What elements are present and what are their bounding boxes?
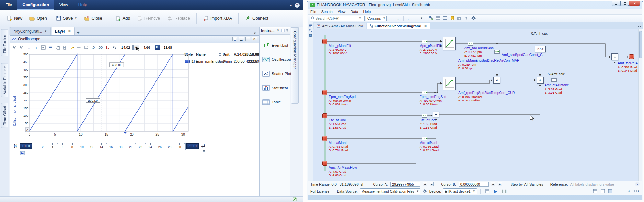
pin-icon[interactable] — [463, 15, 469, 21]
tab-close-icon[interactable]: ✕ — [68, 29, 71, 33]
col-header-cursor-a[interactable]: A:14.02 — [234, 52, 246, 56]
signal-label-mpc-2[interactable]: Mpc_pManiFilt A: 2792.00 V B: 2800.00 V — [420, 44, 442, 55]
hierarchy-label-1[interactable]: /1/Amf_calc — [531, 32, 548, 35]
tab-layer[interactable]: Layer ✕ — [52, 27, 75, 35]
tab-air-mass-flow[interactable]: Amf - Amf - Air Mass Flow — [314, 23, 366, 29]
map-block[interactable] — [443, 37, 456, 50]
copy-icon[interactable] — [54, 44, 61, 51]
cursor-a-position[interactable]: 14.02 — [119, 45, 133, 50]
pin-slider-icon[interactable] — [202, 150, 206, 154]
slider-start-handle[interactable]: 10.00 — [20, 143, 32, 149]
zoom-fit-icon[interactable] — [40, 44, 47, 51]
strip-bookmark-icon[interactable] — [309, 34, 312, 37]
cursor-mode-icon[interactable] — [75, 44, 82, 51]
sensor-mpc-icon[interactable] — [422, 40, 427, 43]
cursor-a-input[interactable] — [390, 182, 420, 187]
subtract-block[interactable]: − — [433, 112, 439, 117]
configuration-manager-tab[interactable]: Configuration Manager — [291, 27, 299, 104]
maximize-button[interactable] — [620, 1, 629, 6]
help-icon[interactable]: ? — [295, 3, 300, 8]
list-view-icon[interactable] — [592, 188, 598, 194]
settings-icon[interactable] — [470, 15, 477, 21]
function-diagram-canvas[interactable]: × + ÷ − 273 Mpc_pManiFilt A: 2792.00 V B… — [313, 29, 639, 181]
multiply-block[interactable]: × — [493, 77, 500, 84]
output-port-facrelair[interactable] — [629, 54, 634, 59]
col-header-unit[interactable]: Unit — [223, 52, 229, 56]
input-port-mtc[interactable] — [322, 136, 327, 141]
menu-view[interactable]: View — [335, 9, 348, 14]
signal-label-cur[interactable]: Amf_rpmEngSpd2facTempCorr_CUR A: 0.496 G… — [458, 91, 515, 102]
signal-label-mpc[interactable]: Mpc_pManiFilt A: 2792.00 V B: 2800.00 V — [329, 44, 351, 55]
sensor-shcspedgasconst-icon[interactable] — [494, 50, 500, 54]
menu-view[interactable]: View — [54, 0, 73, 10]
tab-close-icon[interactable]: ✕ — [424, 24, 427, 28]
minimize-button[interactable] — [612, 1, 620, 6]
menu-file[interactable]: File — [0, 0, 17, 10]
signal-label-ctc[interactable]: Ctc_atCool A: 1.55 Grad B: 1.56 Grad — [329, 118, 346, 130]
input-port-ctc[interactable] — [322, 113, 327, 118]
signal-pen-icon[interactable] — [68, 44, 75, 51]
close-button[interactable]: Close — [81, 13, 105, 24]
precision-00-icon[interactable]: .00 — [97, 44, 104, 51]
cursor-b-prev-button[interactable]: ◀ — [491, 182, 495, 186]
divide-block[interactable]: ÷ — [611, 53, 618, 60]
hierarchy-label-2[interactable]: /2/Amf_calc — [548, 72, 565, 76]
strip-search-icon[interactable] — [309, 29, 312, 32]
signal-row-name[interactable]: [1] Epm_rpmEngSpd — [191, 59, 224, 63]
sidebar-tab-variable-explorer[interactable]: Variable Explorer — [1, 63, 8, 97]
sidebar-tab-time-offset[interactable]: Time Offset — [1, 103, 8, 128]
sidebar-tab-file-explorer[interactable]: File Explorer — [1, 29, 8, 56]
menu-data[interactable]: Data — [348, 9, 361, 14]
history-caret-icon[interactable]: ▼ — [420, 17, 423, 20]
menu-search[interactable]: Search — [319, 9, 335, 14]
cursor-a-next-button[interactable]: ▶ — [430, 182, 434, 186]
tabbar-restore-icon[interactable] — [638, 23, 641, 29]
curve-block[interactable] — [443, 77, 456, 90]
cursor-delta[interactable]: 4.66 — [140, 45, 154, 50]
search-caret-icon[interactable]: ▼ — [359, 17, 361, 20]
search-input[interactable] — [316, 16, 358, 20]
cursor-a-marker-icon[interactable] — [20, 151, 25, 155]
signal-label-mtc[interactable]: Mtc_atMani A: 0.766 Grad B: 0.781 Grad — [329, 141, 348, 152]
slider-ruler[interactable]: 24681012141618202224262830 — [33, 143, 186, 150]
menu-file[interactable]: File — [308, 9, 319, 14]
pin-panel-icon[interactable] — [286, 29, 289, 32]
prev-match-icon[interactable]: ↑ — [388, 15, 394, 21]
bookmark-icon[interactable] — [449, 15, 455, 21]
box-select-icon[interactable] — [83, 44, 89, 51]
sensor-ctc-icon[interactable] — [422, 114, 427, 118]
next-match-icon[interactable]: ↓ — [395, 15, 401, 21]
navigate-back-icon[interactable]: ← — [406, 15, 412, 21]
save-button[interactable]: Save ▼ — [53, 13, 81, 24]
scrollbar-thumb[interactable] — [639, 31, 642, 58]
zoom-in-button[interactable]: ＋ — [626, 188, 632, 194]
zoom-y-icon[interactable]: ↕ — [33, 44, 40, 51]
pause-icon[interactable]: ❚❚ — [501, 188, 507, 194]
menu-help[interactable]: Help — [361, 9, 374, 14]
add-block[interactable]: + — [537, 77, 544, 84]
sensor-epm-icon[interactable] — [422, 91, 427, 94]
cursor-b-input[interactable] — [459, 182, 489, 187]
sensor-facrelairbase-icon[interactable] — [468, 42, 473, 46]
input-port-amc[interactable] — [322, 161, 327, 166]
oscilloscope-titlebar[interactable]: Oscilloscope ▁ ✕ — [10, 36, 259, 43]
sensor-atairintake-icon[interactable] — [551, 78, 557, 82]
instrument-statistical[interactable]: Statistical... — [262, 85, 291, 91]
precision-0-icon[interactable]: .0 — [90, 44, 97, 51]
signal-label-ctc-2[interactable]: Ctc_atCool A: 1.55 Grad B: 1.56 Grad — [420, 118, 437, 130]
vertical-scrollbar[interactable] — [638, 29, 642, 181]
panel-settings-icon[interactable] — [232, 37, 237, 41]
col-header-name[interactable]: Name — [196, 52, 206, 56]
fit-page-icon[interactable] — [607, 188, 613, 194]
cursor-b-badge[interactable]: B — [155, 45, 160, 50]
zoom-level-icon[interactable]: ▼ — [634, 188, 640, 194]
help-icon[interactable]: ? — [635, 182, 640, 186]
gear-icon[interactable] — [423, 189, 427, 193]
signal-label-shcspedgasconst[interactable]: Amf_shcSpedGasConst_C — [502, 53, 542, 57]
model-view-icon[interactable] — [435, 15, 441, 21]
zoom-x-icon[interactable]: ↔ — [26, 44, 32, 51]
navigate-forward-icon[interactable]: → — [413, 15, 419, 21]
open-button[interactable]: Open — [26, 13, 52, 24]
import-xda-button[interactable]: Import XDA — [200, 13, 235, 24]
zoom-out-button[interactable]: — — [619, 188, 625, 194]
